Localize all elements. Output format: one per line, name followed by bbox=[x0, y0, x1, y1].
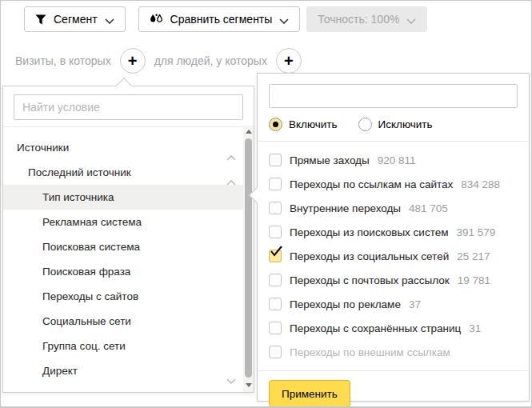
tree-scrollbar[interactable] bbox=[243, 126, 254, 392]
option-count: 37 bbox=[409, 298, 421, 310]
tree-item-search-phrase[interactable]: Поисковая фраза bbox=[3, 259, 254, 284]
tree-item-label: Переходы с сайтов bbox=[42, 290, 138, 302]
include-radio[interactable]: Включить bbox=[269, 118, 338, 131]
tree-item-direct[interactable]: Директ bbox=[3, 358, 254, 383]
option-internal-referrals[interactable]: Внутренние переходы 481 705 bbox=[269, 196, 518, 220]
tree-item-label: Директ bbox=[42, 365, 78, 377]
condition-search bbox=[3, 86, 254, 127]
option-label: Внутренние переходы bbox=[290, 202, 401, 214]
segment-button[interactable]: Сегмент bbox=[24, 6, 126, 32]
chevron-down-icon[interactable] bbox=[226, 368, 236, 393]
source-type-options: Прямые заходы 920 811 Переходы по ссылка… bbox=[258, 142, 529, 370]
tree-item-sources[interactable]: Источники bbox=[3, 135, 254, 160]
option-external-link-referrals[interactable]: Переходы по внешним ссылкам bbox=[269, 340, 518, 364]
option-email-referrals[interactable]: Переходы с почтовых рассылок 19 781 bbox=[269, 268, 518, 292]
people-condition-label: для людей, у которых bbox=[154, 54, 267, 67]
tree-item-social-networks[interactable]: Социальные сети bbox=[3, 309, 254, 334]
option-saved-page-referrals[interactable]: Переходы с сохранённых страниц 31 bbox=[269, 316, 518, 340]
accuracy-label: Точность: 100% bbox=[318, 13, 399, 26]
chevron-down-icon bbox=[279, 14, 289, 26]
include-exclude-switch: Включить Исключить bbox=[269, 118, 518, 131]
chevron-down-icon bbox=[105, 14, 114, 26]
tree-item-label: Социальные сети bbox=[42, 315, 131, 327]
compare-segments-button[interactable]: Сравнить сегменты bbox=[138, 6, 301, 32]
option-search-input[interactable] bbox=[269, 84, 518, 108]
checkbox-icon bbox=[269, 178, 282, 190]
option-site-link-referrals[interactable]: Переходы по ссылкам на сайтах 834 288 bbox=[269, 172, 518, 196]
option-label: Переходы из поисковых систем bbox=[290, 226, 448, 238]
visits-condition-label: Визиты, в которых bbox=[15, 54, 111, 67]
tree-item-ad-system[interactable]: Рекламная система bbox=[3, 210, 254, 234]
tree-item-label: Поисковая система bbox=[42, 241, 140, 253]
checkbox-icon bbox=[269, 154, 282, 166]
droplets-icon bbox=[150, 14, 163, 25]
option-search bbox=[269, 84, 518, 108]
radio-circle-icon bbox=[269, 118, 282, 131]
condition-bar: Визиты, в которых + для людей, у которых… bbox=[15, 48, 302, 74]
accuracy-dropdown[interactable]: Точность: 100% bbox=[306, 6, 427, 32]
checkbox-checked-icon bbox=[269, 250, 282, 262]
option-search-engine-referrals[interactable]: Переходы из поисковых систем 391 579 bbox=[269, 220, 518, 244]
tree-item-search-engine[interactable]: Поисковая система bbox=[3, 234, 254, 259]
scroll-up-button[interactable] bbox=[243, 127, 254, 138]
checkbox-icon bbox=[269, 298, 282, 310]
option-label: Переходы с почтовых рассылок bbox=[290, 274, 450, 286]
option-count: 834 288 bbox=[461, 178, 500, 190]
scroll-thumb[interactable] bbox=[245, 138, 252, 378]
condition-tree: Источники Последний источник Тип источни… bbox=[3, 127, 254, 383]
tree-item-label: Поисковая фраза bbox=[42, 266, 130, 278]
exclude-radio-label: Исключить bbox=[378, 118, 433, 130]
option-count: 481 705 bbox=[409, 202, 448, 214]
checkbox-icon bbox=[269, 226, 282, 238]
checkbox-icon bbox=[269, 346, 282, 358]
popup-footer: Применить bbox=[258, 370, 529, 408]
tree-item-last-source[interactable]: Последний источник bbox=[3, 160, 254, 185]
option-label: Переходы по внешним ссылкам bbox=[290, 346, 450, 358]
option-count: 19 781 bbox=[458, 274, 490, 286]
exclude-radio[interactable]: Исключить bbox=[358, 118, 433, 131]
tree-item-label: Группа соц. сети bbox=[42, 340, 126, 352]
option-label: Переходы из социальных сетей bbox=[290, 250, 449, 262]
scroll-down-button[interactable] bbox=[243, 380, 254, 390]
option-label: Переходы по рекламе bbox=[290, 298, 401, 310]
radio-circle-icon bbox=[358, 118, 372, 131]
tree-item-social-group[interactable]: Группа соц. сети bbox=[3, 334, 254, 358]
tree-item-site-referrals[interactable]: Переходы с сайтов bbox=[3, 284, 254, 309]
option-count: 25 217 bbox=[457, 250, 490, 262]
option-ad-referrals[interactable]: Переходы по рекламе 37 bbox=[269, 292, 518, 316]
option-count: 31 bbox=[469, 322, 481, 334]
segment-button-label: Сегмент bbox=[54, 13, 98, 26]
tree-item-label: Последний источник bbox=[28, 166, 131, 178]
checkbox-icon bbox=[269, 202, 282, 214]
tree-item-label: Тип источника bbox=[42, 191, 114, 203]
add-people-condition-button[interactable]: + bbox=[276, 48, 302, 74]
option-social-network-referrals[interactable]: Переходы из социальных сетей 25 217 bbox=[269, 244, 518, 268]
checkbox-icon bbox=[269, 274, 282, 286]
include-radio-label: Включить bbox=[289, 118, 338, 130]
option-count: 920 811 bbox=[378, 154, 416, 166]
toolbar: Сегмент Сравнить сегменты Точность: 100% bbox=[24, 6, 427, 32]
source-type-popup: Включить Исключить Прямые заходы 920 811… bbox=[257, 73, 530, 402]
tree-item-source-type[interactable]: Тип источника bbox=[3, 185, 243, 210]
compare-segments-button-label: Сравнить сегменты bbox=[170, 13, 273, 26]
tree-item-label: Источники bbox=[17, 142, 69, 154]
option-direct-visits[interactable]: Прямые заходы 920 811 bbox=[269, 148, 518, 172]
tree-item-label: Рекламная система bbox=[42, 216, 142, 228]
checkbox-icon bbox=[269, 322, 282, 334]
apply-button[interactable]: Применить bbox=[269, 380, 350, 407]
option-label: Переходы по ссылкам на сайтах bbox=[290, 178, 453, 190]
option-label: Переходы с сохранённых страниц bbox=[290, 322, 461, 334]
condition-search-input[interactable] bbox=[14, 94, 243, 120]
segment-editor-window: Сегмент Сравнить сегменты Точность: 100% bbox=[0, 0, 532, 408]
option-label: Прямые заходы bbox=[290, 154, 370, 166]
condition-picker-panel: Источники Последний источник Тип источни… bbox=[2, 86, 254, 393]
chevron-down-icon bbox=[406, 14, 416, 26]
add-visit-condition-button[interactable]: + bbox=[120, 48, 146, 74]
filter-icon bbox=[35, 14, 46, 25]
option-count: 391 579 bbox=[456, 226, 495, 238]
